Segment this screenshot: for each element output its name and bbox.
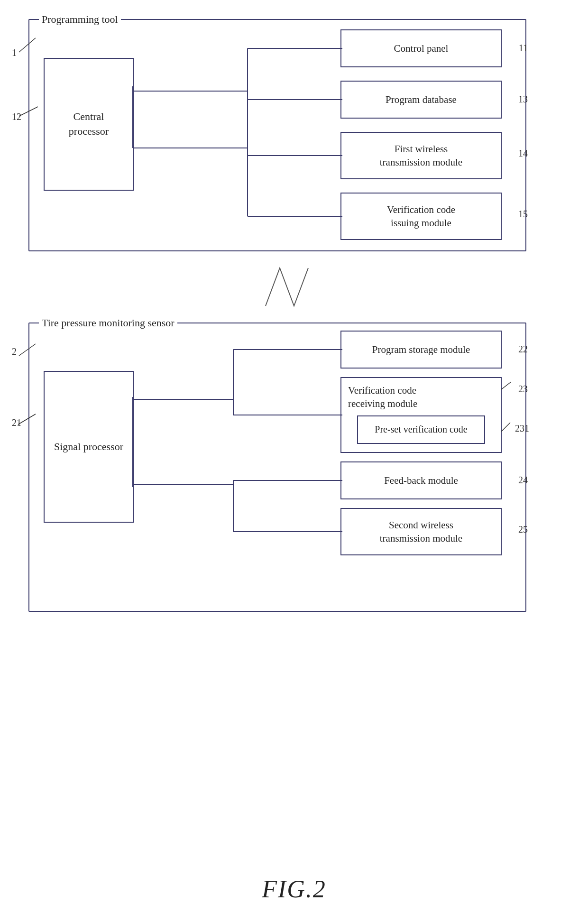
signal-processor-label: Signal processor bbox=[54, 440, 123, 454]
svg-line-21 bbox=[19, 344, 36, 356]
ref-25: 25 bbox=[518, 524, 528, 535]
ref21-arrow bbox=[5, 401, 43, 434]
control-panel-box: Control panel bbox=[340, 29, 502, 67]
ref-22: 22 bbox=[518, 344, 528, 355]
ref1-arrow bbox=[5, 19, 43, 76]
ref-11: 11 bbox=[519, 43, 528, 54]
verification-receiving-outer: Verification codereceiving module Pre-se… bbox=[340, 377, 502, 453]
svg-line-22 bbox=[18, 414, 36, 424]
top-right-modules: Control panel 11 Program database 13 Fir… bbox=[340, 29, 502, 240]
ref-14: 14 bbox=[518, 148, 528, 159]
svg-line-8 bbox=[19, 38, 36, 52]
ref23-arrow bbox=[501, 379, 515, 394]
verification-receiving-label: Verification codereceiving module bbox=[341, 378, 501, 413]
preset-verification-label: Pre-set verification code bbox=[375, 424, 467, 435]
ref231-arrow bbox=[501, 418, 515, 437]
figure-label: FIG.2 bbox=[262, 875, 326, 903]
central-processor-box: Centralprocessor bbox=[44, 58, 134, 191]
program-database-box: Program database bbox=[340, 81, 502, 119]
program-storage-box: Program storage module bbox=[340, 331, 502, 369]
verification-issuing-box: Verification codeissuing module bbox=[340, 193, 502, 240]
verification-receiving-group: Verification codereceiving module Pre-se… bbox=[340, 377, 502, 453]
ref-231: 231 bbox=[515, 423, 529, 434]
feedback-label: Feed-back module bbox=[384, 474, 458, 487]
programming-tool-label: Programming tool bbox=[39, 13, 121, 26]
program-database-label: Program database bbox=[386, 93, 457, 106]
ref12-arrow bbox=[5, 92, 47, 130]
zigzag-connector bbox=[237, 263, 332, 311]
preset-verification-box: Pre-set verification code bbox=[357, 415, 485, 444]
ref-24: 24 bbox=[518, 475, 528, 486]
ref-13: 13 bbox=[518, 94, 528, 105]
signal-processor-box: Signal processor bbox=[44, 371, 134, 523]
first-wireless-box: First wirelesstransmission module bbox=[340, 132, 502, 179]
ref-15: 15 bbox=[518, 209, 528, 220]
program-storage-label: Program storage module bbox=[372, 343, 470, 356]
svg-line-9 bbox=[19, 107, 38, 116]
first-wireless-label: First wirelesstransmission module bbox=[380, 142, 462, 169]
second-wireless-label: Second wirelesstransmission module bbox=[380, 518, 462, 545]
tpms-label: Tire pressure monitoring sensor bbox=[39, 317, 177, 329]
feedback-box: Feed-back module bbox=[340, 461, 502, 499]
control-panel-label: Control panel bbox=[394, 42, 449, 55]
verification-issuing-label: Verification codeissuing module bbox=[387, 203, 455, 230]
ref2-arrow bbox=[5, 327, 43, 365]
zigzag-svg bbox=[237, 263, 332, 311]
ref-23: 23 bbox=[518, 384, 528, 395]
bottom-right-modules: Program storage module 22 Verification c… bbox=[340, 331, 502, 555]
svg-line-11 bbox=[501, 382, 511, 390]
central-processor-label: Centralprocessor bbox=[69, 110, 109, 139]
svg-line-10 bbox=[501, 423, 510, 432]
second-wireless-box: Second wirelesstransmission module bbox=[340, 508, 502, 555]
